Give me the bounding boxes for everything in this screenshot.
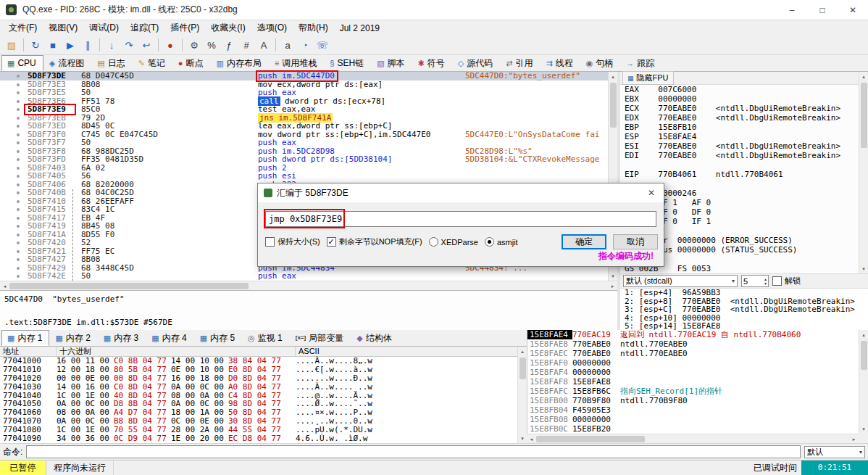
register-row[interactable]: ESI 770EABE0 <ntdll.DbgUiRemoteBreakin> bbox=[620, 141, 868, 151]
tab-handles[interactable]: ◉句柄 bbox=[580, 55, 621, 71]
breakpoint-dot[interactable] bbox=[17, 234, 20, 236]
tab-locals[interactable]: [x=]局部变量 bbox=[290, 330, 351, 346]
breakpoint-dot[interactable] bbox=[17, 225, 20, 228]
scroll-thumb[interactable] bbox=[861, 83, 867, 148]
tab-cpu[interactable]: ▦CPU bbox=[1, 55, 43, 71]
breakpoint-dot[interactable] bbox=[17, 275, 20, 278]
stack-row[interactable]: 15E8FB0800000000 bbox=[527, 415, 868, 424]
menu-item[interactable]: 调试(D) bbox=[83, 20, 125, 36]
scroll-thumb[interactable] bbox=[519, 358, 526, 379]
stack-row[interactable]: 15E8FAE4770EAC19返回到 ntdll.770EAC19 自 ntd… bbox=[527, 330, 868, 339]
disasm-row[interactable]: 5D8F742E50push eax bbox=[0, 272, 617, 281]
stop-icon[interactable]: ■ bbox=[45, 38, 61, 53]
register-row[interactable]: EDX 770EABE0 <ntdll.DbgUiRemoteBreakin> bbox=[620, 113, 868, 123]
asmjit-radio[interactable]: asmjit bbox=[485, 237, 518, 247]
breakpoint-dot[interactable] bbox=[17, 125, 20, 128]
scroll-thumb[interactable] bbox=[9, 283, 249, 289]
tab-notes[interactable]: ✎笔记 bbox=[133, 55, 172, 71]
scroll-up-icon[interactable]: ▴ bbox=[518, 347, 527, 356]
command-profile-select[interactable]: 默认 ▾ bbox=[804, 446, 865, 458]
menu-item[interactable]: 选项(O) bbox=[251, 20, 293, 36]
stack-row[interactable]: 15E8FB0C15E8FB20 bbox=[527, 424, 868, 434]
tab-graph[interactable]: ◈流程图 bbox=[43, 55, 91, 71]
stack-row[interactable]: 15E8FAF815E8FAE8 bbox=[527, 377, 868, 387]
register-row[interactable]: ECX 770EABE0 <ntdll.DbgUiRemoteBreakin> bbox=[620, 104, 868, 113]
breakpoint-dot[interactable] bbox=[17, 133, 20, 136]
scroll-up-icon[interactable]: ▴ bbox=[859, 72, 868, 81]
tab-script[interactable]: ▧脚本 bbox=[371, 55, 412, 71]
menu-item[interactable]: 收藏夹(I) bbox=[205, 20, 251, 36]
breakpoint-dot[interactable] bbox=[17, 217, 20, 220]
scroll-left-icon[interactable]: ◂ bbox=[527, 434, 536, 444]
keep-size-checkbox[interactable]: 保持大小(S) bbox=[265, 236, 320, 247]
breakpoint-dot[interactable] bbox=[17, 191, 20, 194]
close-button[interactable]: ✕ bbox=[838, 0, 868, 20]
minimize-button[interactable]: – bbox=[777, 0, 807, 20]
scroll-down-icon[interactable]: ▾ bbox=[609, 271, 618, 281]
tab-log[interactable]: ▤日志 bbox=[91, 55, 132, 71]
menu-item[interactable]: 视图(V) bbox=[43, 20, 83, 36]
stack-row[interactable]: 15E8FB04F45905E3 bbox=[527, 405, 868, 415]
ok-button[interactable]: 确定 bbox=[562, 234, 606, 249]
breakpoint-dot[interactable] bbox=[17, 83, 20, 86]
breakpoint-dot[interactable] bbox=[17, 141, 20, 144]
scroll-left-icon[interactable]: ◂ bbox=[0, 281, 9, 291]
settings-icon[interactable]: ⚙ bbox=[186, 38, 202, 53]
tab-references[interactable]: ⇄引用 bbox=[500, 55, 540, 71]
unlock-checkbox[interactable]: 解锁 bbox=[772, 276, 801, 286]
stack-scrollbar[interactable]: ▴ ▾ bbox=[859, 330, 868, 434]
menu-item[interactable]: 追踪(T) bbox=[125, 20, 164, 36]
step-over-icon[interactable]: ↷ bbox=[121, 38, 137, 53]
phone-icon[interactable]: ☏ bbox=[314, 38, 330, 53]
breakpoint-dot[interactable] bbox=[17, 117, 20, 120]
compass-icon[interactable]: ◔ bbox=[297, 38, 313, 53]
breakpoint-dot[interactable] bbox=[17, 158, 20, 161]
dump-scrollbar[interactable]: ▴ ▾ bbox=[517, 347, 527, 443]
stack-row[interactable]: 15E8FAEC770EABE0ntdll.770EABE0 bbox=[527, 349, 868, 358]
record-trace-icon[interactable]: ● bbox=[162, 38, 178, 53]
breakpoint-dot[interactable] bbox=[17, 91, 20, 94]
disasm-row[interactable]: 5D8F73E985C0test eax,eax bbox=[0, 105, 617, 114]
scroll-right-icon[interactable]: ▸ bbox=[608, 281, 617, 291]
tab-dump-2[interactable]: ▦内存 2 bbox=[49, 330, 97, 346]
hash-icon[interactable]: # bbox=[238, 38, 254, 53]
assemble-input[interactable] bbox=[265, 211, 656, 227]
scroll-thumb[interactable] bbox=[861, 341, 867, 370]
xedparse-radio[interactable]: XEDParse bbox=[429, 237, 478, 247]
scroll-up-icon[interactable]: ▴ bbox=[859, 330, 868, 339]
dialog-close-button[interactable]: ✕ bbox=[639, 183, 664, 202]
dump-row[interactable]: 7704109034 00 36 000C D9 04 771E 00 20 0… bbox=[0, 434, 527, 443]
dump-row[interactable]: 7704102000 00 0E 0000 8D 04 7716 00 18 0… bbox=[0, 374, 527, 383]
register-row[interactable]: EAX 007C6000 bbox=[620, 85, 868, 94]
run-until-return-icon[interactable]: ↩ bbox=[138, 38, 154, 53]
breakpoint-dot[interactable] bbox=[17, 100, 20, 103]
tab-source[interactable]: ◇源代码 bbox=[452, 55, 500, 71]
tab-dump-1[interactable]: ▦内存 1 bbox=[1, 330, 49, 346]
disasm-row[interactable]: 5D8F74036A 02push 2 bbox=[0, 164, 617, 173]
register-row[interactable]: ESP 15E8FAE4 bbox=[620, 132, 868, 141]
scroll-down-icon[interactable]: ▾ bbox=[859, 424, 868, 434]
tab-struct[interactable]: ◆结构体 bbox=[351, 330, 398, 346]
run-icon[interactable]: ▶ bbox=[62, 38, 78, 53]
breakpoint-dot[interactable] bbox=[17, 250, 20, 253]
register-row[interactable]: EIP 770B4061 ntdll.770B4061 bbox=[620, 170, 868, 179]
restart-icon[interactable]: ↻ bbox=[28, 38, 43, 53]
fill-nop-checkbox[interactable]: ✓ 剩余字节以NOP填充(F) bbox=[327, 236, 422, 247]
stack-hscrollbar[interactable]: ◂ ▸ bbox=[527, 434, 859, 443]
command-input[interactable] bbox=[26, 445, 801, 458]
hide-fpu-button[interactable]: ▦ 隐藏FPU bbox=[622, 71, 674, 85]
register-row[interactable]: EBP 15E8FB10 bbox=[620, 123, 868, 132]
breakpoint-dot[interactable] bbox=[17, 108, 20, 111]
cancel-button[interactable]: 取消 bbox=[613, 234, 658, 249]
register-row[interactable]: EBX 00000000 bbox=[620, 94, 868, 104]
breakpoint-dot[interactable] bbox=[17, 208, 20, 211]
breakpoint-dot[interactable] bbox=[17, 75, 20, 78]
pause-icon[interactable]: ∥ bbox=[80, 38, 96, 53]
tab-breakpoints[interactable]: ●断点 bbox=[172, 55, 211, 71]
tab-seh[interactable]: §SEH链 bbox=[324, 55, 371, 71]
breakpoint-dot[interactable] bbox=[17, 258, 20, 261]
tab-dump-3[interactable]: ▦内存 3 bbox=[98, 330, 146, 346]
fx-icon[interactable]: ƒ bbox=[221, 38, 237, 53]
stack-row[interactable]: 15E8FAE8770EABE0ntdll.770EABE0 bbox=[527, 339, 868, 349]
stack-row[interactable]: 15E8FAF000000000 bbox=[527, 358, 868, 368]
